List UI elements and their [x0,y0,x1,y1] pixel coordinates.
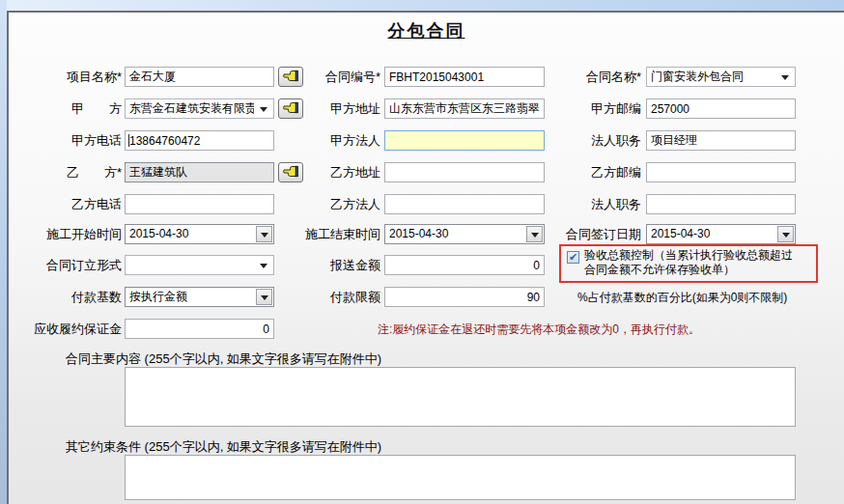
party-b-phone-input[interactable] [125,194,274,214]
payment-base-value: 按执行金额 [129,288,254,306]
contract-no-label: 合同编号* [284,67,380,87]
deposit-input[interactable] [125,319,274,339]
chevron-down-icon [261,295,268,300]
party-a-legal-input[interactable] [384,130,545,151]
party-b-address-input[interactable] [384,162,545,182]
party-a-value: 东营金石建筑安装有限责任 [129,99,254,118]
payment-limit-label: 付款限额 [284,287,380,307]
dropdown-button[interactable] [526,226,543,242]
payment-limit-input[interactable] [384,287,545,307]
party-a-label: 甲 方 [25,98,122,119]
end-date-value: 2015-04-30 [389,225,524,243]
other-terms-textarea[interactable] [125,455,796,500]
contract-name-value: 门窗安装外包合同 [651,68,775,86]
report-amount-input[interactable] [384,255,545,275]
dropdown-button[interactable] [256,289,272,305]
start-date-label: 施工开始时间 [25,224,122,244]
main-content-textarea[interactable] [125,367,796,427]
acceptance-control-label[interactable]: 验收总额控制（当累计执行验收总额超过 合同金额不允许保存验收单） [584,248,814,277]
percent-note: %占付款基数的百分比(如果为0则不限制) [577,290,787,306]
page-title: 分包合同 [9,19,844,42]
end-date-label: 施工结束时间 [284,224,380,244]
checkmark-icon: ✔ [569,251,577,263]
party-b-legal-input[interactable] [384,194,545,214]
payment-base-label: 付款基数 [25,287,122,307]
chevron-down-icon [261,233,268,238]
report-amount-label: 报送金额 [284,255,380,275]
acceptance-control-checkbox[interactable]: ✔ [567,251,579,264]
contract-form-combobox[interactable] [125,255,274,275]
start-date-picker[interactable]: 2015-04-30 [125,224,274,244]
contract-form-label: 合同订立形式 [25,255,122,275]
chevron-down-icon [782,233,790,238]
contract-form-value [129,256,254,274]
chevron-down-icon [260,107,267,112]
legal-title-b-label: 法人职务 [545,194,641,214]
start-date-value: 2015-04-30 [129,225,254,243]
end-date-picker[interactable]: 2015-04-30 [384,224,545,244]
deposit-label: 应收履约保证金 [25,319,122,339]
contract-name-combobox[interactable]: 门窗安装外包合同 [646,67,796,87]
party-b-legal-label: 乙方法人 [284,194,380,214]
subcontract-form-panel: 分包合同 项目名称* 合同编号* 合同名称* 门窗安装外包合同 甲 方 东营金石… [7,11,844,504]
project-name-label: 项目名称* [25,67,122,87]
main-content-label: 合同主要内容 (255个字以内, 如果文字很多请写在附件中) [66,350,381,368]
chevron-down-icon [781,75,789,80]
party-a-combobox[interactable]: 东营金石建筑安装有限责任 [125,98,274,119]
party-b-zip-input[interactable] [646,162,796,182]
party-b-input[interactable] [125,162,274,182]
party-a-phone-input[interactable] [125,130,274,151]
contract-no-input[interactable] [384,67,545,87]
dropdown-button[interactable] [777,226,794,242]
party-a-zip-label: 甲方邮编 [545,98,641,119]
other-terms-label: 其它约束条件 (255个字以内, 如果文字很多请写在附件中) [66,438,381,456]
party-a-address-input[interactable] [384,98,545,119]
party-b-label: 乙 方* [25,162,122,182]
party-b-address-label: 乙方地址 [284,162,380,182]
party-b-zip-label: 乙方邮编 [545,162,641,182]
payment-base-combobox[interactable]: 按执行金额 [125,287,274,307]
dropdown-button[interactable] [256,226,272,242]
deposit-warning-note: 注:履约保证金在退还时需要先将本项金额改为0，再执行付款。 [378,322,700,338]
sign-date-picker[interactable]: 2015-04-30 [646,224,796,244]
chevron-down-icon [260,264,267,268]
sign-date-label: 合同签订日期 [545,224,641,244]
legal-title-b-input[interactable] [646,194,796,214]
project-name-input[interactable] [125,67,274,87]
party-a-address-label: 甲方地址 [284,98,380,119]
sign-date-value: 2015-04-30 [651,225,775,243]
chevron-down-icon [531,233,539,238]
party-b-phone-label: 乙方电话 [25,194,122,214]
legal-title-a-label: 法人职务 [545,130,641,151]
legal-title-a-input[interactable] [646,130,796,151]
party-a-legal-label: 甲方法人 [284,130,380,151]
window-chrome-left [0,0,7,504]
text-cursor [128,134,129,147]
party-a-phone-label: 甲方电话 [25,130,122,151]
contract-name-label: 合同名称* [545,67,641,87]
party-a-zip-input[interactable] [646,98,796,119]
